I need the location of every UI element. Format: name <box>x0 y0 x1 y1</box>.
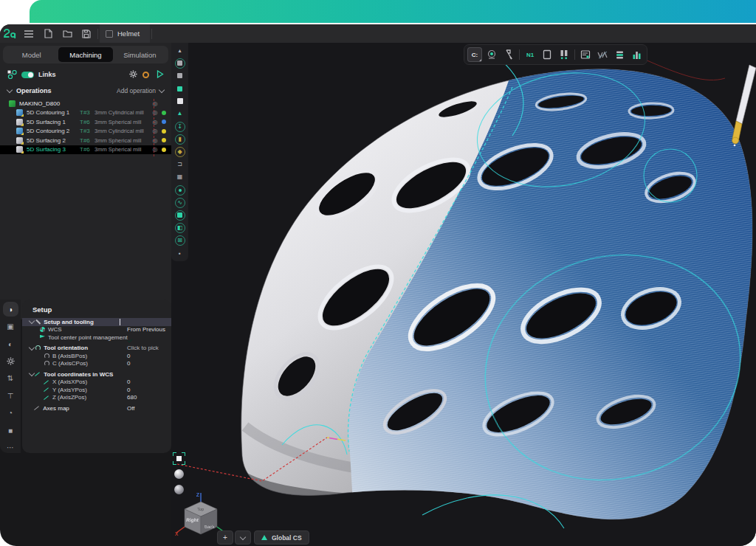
wcs-value[interactable]: From Previous <box>127 326 165 333</box>
tool-coordinates-row[interactable]: Tool coordinates in WCS <box>22 370 171 379</box>
axis-b-row[interactable]: B (AxisBPos) 0 <box>22 352 171 360</box>
new-file-icon[interactable] <box>38 24 58 43</box>
setup-and-tooling-row[interactable]: Setup and tooling <box>22 318 171 326</box>
group-chevron-icon[interactable] <box>29 345 35 350</box>
c-axis-mode-button[interactable]: C: <box>467 47 482 62</box>
linear-axis-icon <box>44 379 49 384</box>
target-icon[interactable]: ◎ <box>150 137 160 144</box>
operation-row[interactable]: 5D Surfacing 2 T#6 3mm Spherical mill ◎ <box>0 136 171 145</box>
axis-x-row[interactable]: X (AxisXPos) 0 <box>22 379 171 387</box>
stock-visibility-icon[interactable] <box>174 83 185 94</box>
holder-visibility-icon[interactable]: ▮ <box>174 134 185 145</box>
view-options-dropdown[interactable] <box>235 531 251 545</box>
scene-canvas[interactable] <box>171 43 756 546</box>
target-icon[interactable]: ◎ <box>150 128 160 134</box>
rotary-icon[interactable]: ◐ <box>5 339 16 349</box>
wcs-row[interactable]: WCS From Previous <box>22 326 171 334</box>
toolpath-color-dot[interactable] <box>162 138 166 142</box>
stock-icon[interactable] <box>540 47 554 62</box>
toolpath-color-dot[interactable] <box>162 120 166 124</box>
statistics-icon[interactable] <box>629 47 644 62</box>
regenerate-icon[interactable] <box>142 72 149 78</box>
orientation-value[interactable]: Click to pick <box>127 345 159 351</box>
toolpath-color-dot[interactable] <box>162 129 166 134</box>
visibility-toolbar: ▴ ▲ ↧ ▮ ◆ ⊐ ▦ ∿ ◧ ⊞ ▪ <box>171 43 188 261</box>
machine-row[interactable]: MAKINO_D800 ◎ <box>0 99 171 108</box>
collapse-chevron-icon[interactable] <box>7 87 13 93</box>
add-operation-chevron-icon <box>159 87 165 93</box>
group-chevron-icon[interactable] <box>29 370 35 376</box>
toolpath-color-dot[interactable] <box>162 148 166 152</box>
tab-machining[interactable]: Machining <box>58 47 112 62</box>
axis-z-row[interactable]: Z (AxisZPos) 680 <box>22 394 171 402</box>
axis-c-row[interactable]: C (AxisCPos) 0 <box>22 360 171 368</box>
tab-simulation[interactable]: Simulation <box>113 47 167 62</box>
links-settings-gear-icon[interactable] <box>128 70 138 80</box>
linear-axis-icon <box>44 395 49 400</box>
target-icon[interactable]: ◎ <box>150 146 160 153</box>
add-operation-button[interactable]: Add operation <box>117 87 164 94</box>
grid-visibility-icon[interactable]: ⊞ <box>174 235 185 246</box>
tcp-row[interactable]: Tool center point management <box>22 334 171 342</box>
target-icon[interactable]: ◎ <box>150 119 160 125</box>
shaded-visibility-icon[interactable]: ◧ <box>174 223 185 234</box>
head-visibility-icon[interactable] <box>174 70 185 81</box>
coordinate-system-button[interactable]: Global CS <box>254 531 309 545</box>
probe-icon[interactable] <box>484 47 499 62</box>
setup-tab-icon[interactable]: ◑ <box>5 304 16 314</box>
setup-panel: Setup Setup and tooling WCS From Previou… <box>22 300 171 453</box>
part-visibility-icon[interactable] <box>174 96 185 107</box>
viewport-3d[interactable]: ▴ ▲ ↧ ▮ ◆ ⊐ ▦ ∿ ◧ ⊞ ▪ C: <box>171 43 756 546</box>
save-icon[interactable] <box>77 24 96 43</box>
toolbar-separator <box>519 49 520 60</box>
caliper-icon[interactable] <box>501 47 516 62</box>
axis-y-row[interactable]: Y (AxisYPos) 0 <box>22 386 171 394</box>
toolpath-color-dot[interactable] <box>162 111 166 115</box>
settings-gear-icon[interactable] <box>5 356 16 366</box>
helmet-model[interactable] <box>177 43 756 546</box>
nc-program-button[interactable]: N1 <box>523 47 537 62</box>
group-chevron-icon[interactable] <box>29 318 35 324</box>
collapse-strip-icon[interactable]: ▴ <box>174 45 185 56</box>
feed-speed-icon[interactable]: ◔ <box>5 408 16 418</box>
workpiece-visibility-icon[interactable]: ◆ <box>174 147 185 158</box>
tab-model[interactable]: Model <box>4 47 58 62</box>
open-folder-icon[interactable] <box>58 24 77 43</box>
more-options-icon[interactable]: ⋯ <box>5 443 16 453</box>
machine-visibility-icon[interactable] <box>174 58 185 69</box>
tool-holder-icon[interactable] <box>557 47 571 62</box>
fixture-visibility-icon[interactable]: ▲ <box>174 108 185 120</box>
setup-side-tabs: ◑ ▣ ◐ ⇅ ⊤ ◔ ■ ⋯ <box>0 300 21 453</box>
wireframe-toggle-icon[interactable] <box>595 47 610 62</box>
document-tab[interactable]: Helmet <box>100 24 150 43</box>
tool-visibility-icon[interactable]: ↧ <box>174 121 185 132</box>
path-transform-icon[interactable]: ⇅ <box>5 373 16 384</box>
machine-target-icon[interactable]: ◎ <box>150 100 160 107</box>
machine-setup-icon[interactable]: ▣ <box>5 321 16 331</box>
target-icon[interactable]: ◎ <box>150 109 160 116</box>
layers-icon[interactable] <box>612 47 627 62</box>
fit-view-button[interactable] <box>173 452 185 465</box>
note-icon[interactable]: ▪ <box>174 248 185 259</box>
operation-row[interactable]: 5D Contouring 1 T#3 3mm Cylindrical mill… <box>0 108 171 118</box>
tool-icon[interactable]: ⊤ <box>5 390 16 401</box>
axes-map-row[interactable]: Axes map Off <box>22 404 171 412</box>
zoom-in-button[interactable]: + <box>217 531 233 545</box>
tool-orientation-row[interactable]: Tool orientation Click to pick <box>22 345 171 353</box>
points-visibility-icon[interactable] <box>174 184 185 196</box>
surface-visibility-icon[interactable] <box>174 210 185 221</box>
operation-row[interactable]: 5D Surfacing 1 T#6 3mm Spherical mill ◎ <box>0 117 171 127</box>
clamp-visibility-icon[interactable]: ⊐ <box>174 159 185 170</box>
machine-panel-icon[interactable] <box>578 47 593 62</box>
texture-visibility-icon[interactable]: ▦ <box>174 172 185 183</box>
operation-row-selected[interactable]: 5D Surfacing 3 T#6 3mm Spherical mill ◎ <box>0 145 171 155</box>
links-visibility-icon[interactable]: ∿ <box>174 197 185 208</box>
orbit-view-button[interactable] <box>173 468 185 480</box>
stock-box-icon[interactable]: ■ <box>5 425 16 435</box>
milling-tool <box>732 65 756 146</box>
links-toggle[interactable] <box>21 72 34 78</box>
operation-row[interactable]: 5D Contouring 2 T#3 3mm Cylindrical mill… <box>0 127 171 136</box>
simulate-play-icon[interactable] <box>157 68 164 81</box>
main-menu-icon[interactable] <box>19 24 38 43</box>
contouring-icon <box>16 128 23 134</box>
